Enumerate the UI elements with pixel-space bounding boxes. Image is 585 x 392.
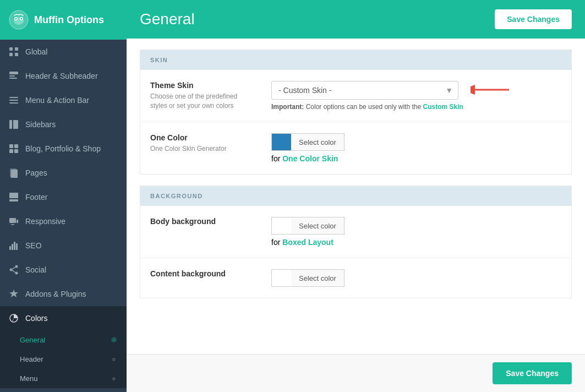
theme-skin-select[interactable]: - Custom Skin - Light Skin Dark Skin	[271, 81, 458, 100]
sidebar-item-footer[interactable]: Footer	[0, 185, 127, 209]
svg-rect-31	[14, 242, 15, 250]
responsive-icon	[9, 216, 19, 226]
sidebar-item-label: Blog, Portfolio & Shop	[25, 144, 101, 153]
gear-icon	[110, 356, 118, 363]
colors-sub-nav: General Header Menu	[0, 330, 127, 388]
header-icon	[9, 71, 19, 81]
main-area: General Save Changes SKIN Theme Skin Cho…	[127, 0, 585, 392]
sidebar-item-pages[interactable]: Pages	[0, 161, 127, 185]
content-background-controls: Select color	[271, 269, 561, 287]
sidebar-item-blog[interactable]: Blog, Portfolio & Shop	[0, 137, 127, 161]
background-section: BACKGROUND Body background Select color …	[140, 186, 572, 298]
svg-rect-26	[9, 218, 16, 223]
sidebar-item-addons[interactable]: Addons & Plugins	[0, 282, 127, 306]
svg-rect-17	[13, 120, 18, 129]
body-background-controls: Select color for Boxed Layout	[271, 217, 561, 247]
theme-skin-desc: Choose one of the predefined styles or s…	[150, 92, 271, 111]
content-background-label-col: Content background	[150, 269, 271, 280]
gear-icon	[110, 336, 118, 344]
svg-point-4	[15, 18, 17, 20]
body-background-select-button[interactable]: Select color	[291, 217, 345, 235]
svg-rect-6	[9, 47, 13, 51]
svg-rect-28	[11, 224, 14, 225]
skin-section-header: SKIN	[140, 50, 571, 70]
svg-rect-7	[15, 47, 18, 51]
body-background-label-col: Body background	[150, 217, 271, 228]
body-background-label: Body background	[150, 217, 271, 226]
sidebar-item-label: Sidebars	[25, 120, 56, 129]
svg-rect-8	[9, 53, 13, 56]
colors-icon	[9, 313, 19, 323]
theme-skin-row: Theme Skin Choose one of the predefined …	[140, 70, 571, 122]
theme-skin-label-col: Theme Skin Choose one of the predefined …	[150, 81, 271, 111]
page-title: General	[140, 10, 195, 28]
body-background-swatch[interactable]	[271, 217, 291, 235]
one-color-swatch[interactable]	[271, 133, 291, 151]
addons-icon	[9, 289, 19, 299]
svg-point-5	[21, 18, 23, 20]
svg-rect-11	[9, 75, 15, 77]
save-changes-button-top[interactable]: Save Changes	[495, 9, 572, 29]
sidebar-item-label: Addons & Plugins	[25, 290, 86, 298]
one-color-link-text: for One Color Skin	[271, 154, 561, 163]
sidebar: Muffin Options Global Header & Subheader	[0, 0, 127, 392]
one-color-desc: One Color Skin Generator	[150, 144, 271, 154]
one-color-controls: Select color for One Color Skin	[271, 133, 561, 163]
main-footer: Save Changes	[127, 354, 585, 392]
footer-icon	[9, 192, 19, 202]
svg-rect-16	[9, 120, 12, 129]
sidebar-title: Muffin Options	[34, 14, 104, 26]
save-changes-button-bottom[interactable]: Save Changes	[493, 362, 572, 384]
svg-rect-30	[12, 244, 13, 250]
theme-skin-controls: - Custom Skin - Light Skin Dark Skin ▼	[271, 81, 561, 111]
menu-icon	[9, 95, 19, 105]
svg-point-35	[15, 272, 18, 275]
sidebar-logo[interactable]: Muffin Options	[0, 0, 127, 40]
sub-nav-label: General	[20, 336, 45, 344]
sidebar-item-sidebars[interactable]: Sidebars	[0, 112, 127, 137]
important-notice: Important: Color options can be used onl…	[271, 103, 561, 111]
svg-point-34	[10, 269, 13, 271]
sidebar-item-label: Menu & Action Bar	[25, 96, 89, 105]
main-content: SKIN Theme Skin Choose one of the predef…	[127, 39, 585, 354]
content-background-select-button[interactable]: Select color	[291, 269, 345, 287]
sidebar-nav: Global Header & Subheader Menu & Action …	[0, 40, 127, 392]
blog-icon	[9, 144, 19, 154]
one-color-row: One Color One Color Skin Generator Selec…	[140, 122, 571, 174]
sidebar-item-global[interactable]: Global	[0, 40, 127, 64]
one-color-skin-link[interactable]: One Color Skin	[282, 154, 338, 163]
sub-nav-label: Header	[20, 355, 43, 363]
sidebar-item-label: Pages	[25, 168, 47, 177]
svg-rect-19	[14, 144, 18, 148]
sidebar-item-colors[interactable]: Colors	[0, 306, 127, 330]
sidebar-item-label: Colors	[25, 314, 47, 323]
svg-rect-24	[9, 193, 18, 198]
custom-skin-link[interactable]: Custom Skin	[423, 103, 463, 111]
sidebar-item-responsive[interactable]: Responsive	[0, 209, 127, 233]
grid-icon	[9, 47, 19, 57]
red-arrow-indicator	[471, 83, 515, 98]
svg-rect-29	[9, 246, 11, 250]
svg-rect-15	[9, 102, 18, 104]
sub-nav-item-general[interactable]: General	[0, 330, 127, 350]
svg-rect-13	[9, 97, 18, 98]
sub-nav-label: Menu	[20, 374, 38, 383]
sidebar-item-label: Global	[25, 47, 47, 56]
sidebar-item-social[interactable]: Social	[0, 258, 127, 282]
sidebar-item-label: Header & Subheader	[25, 72, 98, 80]
sidebar-item-label: SEO	[25, 241, 42, 250]
sub-nav-item-header[interactable]: Header	[0, 350, 127, 369]
sidebar-item-seo[interactable]: SEO	[0, 233, 127, 258]
one-color-select-button[interactable]: Select color	[291, 133, 345, 151]
body-background-row: Body background Select color for Boxed L…	[140, 206, 571, 258]
svg-rect-27	[17, 220, 18, 223]
sidebar-item-label: Footer	[25, 193, 47, 202]
content-background-swatch[interactable]	[271, 269, 291, 287]
one-color-picker: Select color	[271, 133, 561, 151]
boxed-layout-link[interactable]: Boxed Layout	[282, 238, 333, 247]
one-color-label: One Color	[150, 133, 271, 142]
content-background-label: Content background	[150, 269, 271, 278]
sidebar-item-header[interactable]: Header & Subheader	[0, 64, 127, 88]
sidebar-item-menu[interactable]: Menu & Action Bar	[0, 88, 127, 112]
sub-nav-item-menu[interactable]: Menu	[0, 369, 127, 388]
